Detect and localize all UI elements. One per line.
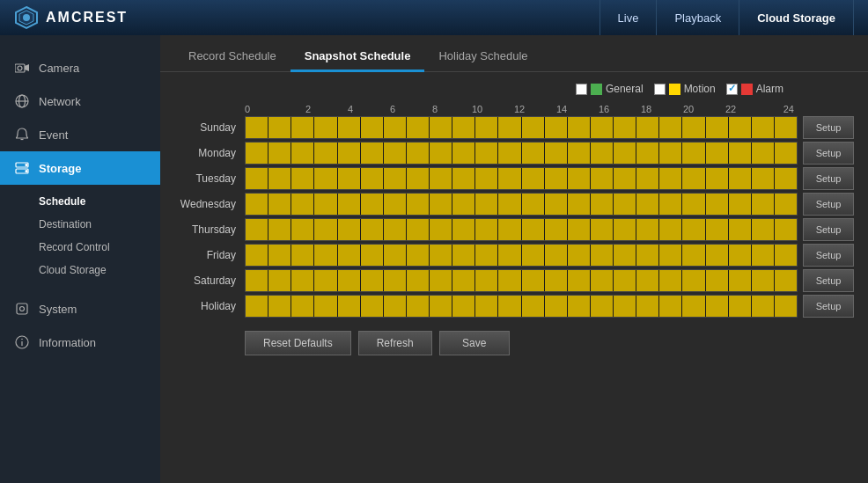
camera-icon bbox=[14, 60, 30, 76]
reset-defaults-button[interactable]: Reset Defaults bbox=[245, 331, 351, 355]
sidebar-camera-label: Camera bbox=[39, 62, 79, 75]
time-0: 0 bbox=[245, 104, 287, 114]
content-area: Record Schedule Snapshot Schedule Holida… bbox=[160, 35, 868, 483]
legend-alarm-label: Alarm bbox=[756, 83, 783, 95]
logo-area: AMCREST bbox=[14, 5, 600, 30]
sidebar-item-network[interactable]: Network bbox=[0, 84, 160, 118]
day-saturday: Saturday bbox=[174, 274, 245, 287]
sidebar-item-system[interactable]: System bbox=[0, 292, 160, 326]
sidebar-item-information[interactable]: Information bbox=[0, 326, 160, 359]
sidebar-system-label: System bbox=[39, 303, 77, 316]
sidebar-sub-record-control[interactable]: Record Control bbox=[0, 236, 160, 259]
setup-btn-friday[interactable]: Setup bbox=[803, 244, 854, 267]
row-monday: Monday Setup bbox=[174, 142, 854, 165]
logo-icon bbox=[14, 5, 39, 30]
sidebar-sub-destination[interactable]: Destination bbox=[0, 213, 160, 236]
time-grid: 0 2 4 6 8 10 12 14 16 18 20 22 24 Sunday bbox=[174, 104, 854, 320]
svg-point-15 bbox=[20, 307, 25, 311]
time-2: 2 bbox=[287, 104, 329, 114]
top-nav-links: Live Playback Cloud Storage bbox=[600, 0, 854, 35]
main-layout: Camera Network bbox=[0, 35, 868, 483]
bar-tuesday[interactable] bbox=[245, 167, 798, 190]
sidebar-storage-label: Storage bbox=[39, 162, 81, 175]
row-thursday: Thursday Setup bbox=[174, 218, 854, 241]
sidebar: Camera Network bbox=[0, 35, 160, 483]
legend: General Motion ✓ Alarm bbox=[174, 83, 854, 95]
row-saturday: Saturday Setup bbox=[174, 269, 854, 292]
time-14: 14 bbox=[541, 104, 583, 114]
row-holiday: Holiday Setup bbox=[174, 295, 854, 318]
event-icon bbox=[14, 127, 30, 143]
setup-btn-thursday[interactable]: Setup bbox=[803, 218, 854, 241]
general-checkbox[interactable] bbox=[576, 84, 587, 95]
sidebar-item-event[interactable]: Event bbox=[0, 118, 160, 151]
setup-btn-monday[interactable]: Setup bbox=[803, 142, 854, 165]
day-tuesday: Tuesday bbox=[174, 172, 245, 185]
sidebar-sub-schedule[interactable]: Schedule bbox=[0, 190, 160, 213]
bar-thursday[interactable] bbox=[245, 218, 798, 241]
setup-btn-saturday[interactable]: Setup bbox=[803, 269, 854, 292]
alarm-checkbox[interactable]: ✓ bbox=[726, 84, 738, 95]
network-icon bbox=[14, 93, 30, 109]
tab-snapshot-schedule[interactable]: Snapshot Schedule bbox=[291, 42, 425, 72]
svg-point-13 bbox=[26, 171, 27, 172]
schedule-content: General Motion ✓ Alarm bbox=[160, 72, 868, 366]
legend-general-label: General bbox=[606, 83, 644, 95]
save-button[interactable]: Save bbox=[439, 331, 510, 355]
logo-text: AMCREST bbox=[46, 10, 128, 26]
setup-btn-tuesday[interactable]: Setup bbox=[803, 167, 854, 190]
nav-live[interactable]: Live bbox=[600, 0, 658, 35]
bar-monday-fill bbox=[246, 143, 797, 164]
time-4: 4 bbox=[329, 104, 371, 114]
bar-monday[interactable] bbox=[245, 142, 798, 165]
sidebar-section-main: Camera Network bbox=[0, 42, 160, 188]
setup-btn-wednesday[interactable]: Setup bbox=[803, 193, 854, 216]
motion-color bbox=[669, 84, 680, 95]
sidebar-storage-submenu: Schedule Destination Record Control Clou… bbox=[0, 188, 160, 283]
time-22: 22 bbox=[710, 104, 752, 114]
legend-alarm: ✓ Alarm bbox=[726, 83, 783, 95]
svg-point-12 bbox=[26, 165, 27, 166]
day-sunday: Sunday bbox=[174, 121, 245, 134]
bar-friday[interactable] bbox=[245, 244, 798, 267]
sidebar-sub-cloud-storage[interactable]: Cloud Storage bbox=[0, 259, 160, 282]
time-10: 10 bbox=[456, 104, 498, 114]
nav-cloud-storage[interactable]: Cloud Storage bbox=[739, 0, 854, 35]
top-navigation: AMCREST Live Playback Cloud Storage bbox=[0, 0, 868, 35]
bar-sunday[interactable] bbox=[245, 116, 798, 139]
system-icon bbox=[14, 301, 30, 317]
row-friday: Friday Setup bbox=[174, 244, 854, 267]
row-sunday: Sunday Setup bbox=[174, 116, 854, 139]
bar-wednesday[interactable] bbox=[245, 193, 798, 216]
tab-bar: Record Schedule Snapshot Schedule Holida… bbox=[160, 35, 868, 72]
tab-holiday-schedule[interactable]: Holiday Schedule bbox=[424, 42, 541, 72]
svg-rect-14 bbox=[17, 304, 27, 314]
bar-saturday[interactable] bbox=[245, 269, 798, 292]
setup-btn-sunday[interactable]: Setup bbox=[803, 116, 854, 139]
sidebar-event-label: Event bbox=[39, 128, 68, 142]
row-wednesday: Wednesday Setup bbox=[174, 193, 854, 216]
motion-checkbox[interactable] bbox=[654, 84, 666, 95]
day-holiday: Holiday bbox=[174, 300, 245, 312]
general-color bbox=[591, 84, 602, 95]
time-18: 18 bbox=[625, 104, 667, 114]
svg-marker-5 bbox=[25, 64, 29, 71]
sidebar-item-camera[interactable]: Camera bbox=[0, 51, 160, 84]
information-icon bbox=[14, 334, 30, 350]
day-friday: Friday bbox=[174, 249, 245, 261]
time-20: 20 bbox=[667, 104, 710, 114]
sidebar-item-storage[interactable]: Storage bbox=[0, 151, 160, 185]
svg-point-18 bbox=[21, 339, 23, 340]
setup-btn-holiday[interactable]: Setup bbox=[803, 295, 854, 318]
time-24: 24 bbox=[752, 104, 794, 114]
legend-motion: Motion bbox=[654, 83, 716, 95]
nav-playback[interactable]: Playback bbox=[657, 0, 739, 35]
row-tuesday: Tuesday Setup bbox=[174, 167, 854, 190]
svg-point-4 bbox=[18, 66, 22, 70]
tab-record-schedule[interactable]: Record Schedule bbox=[174, 42, 291, 72]
time-header: 0 2 4 6 8 10 12 14 16 18 20 22 24 bbox=[245, 104, 794, 114]
bar-holiday[interactable] bbox=[245, 295, 798, 318]
day-thursday: Thursday bbox=[174, 223, 245, 236]
storage-icon bbox=[14, 160, 30, 176]
refresh-button[interactable]: Refresh bbox=[358, 331, 432, 355]
